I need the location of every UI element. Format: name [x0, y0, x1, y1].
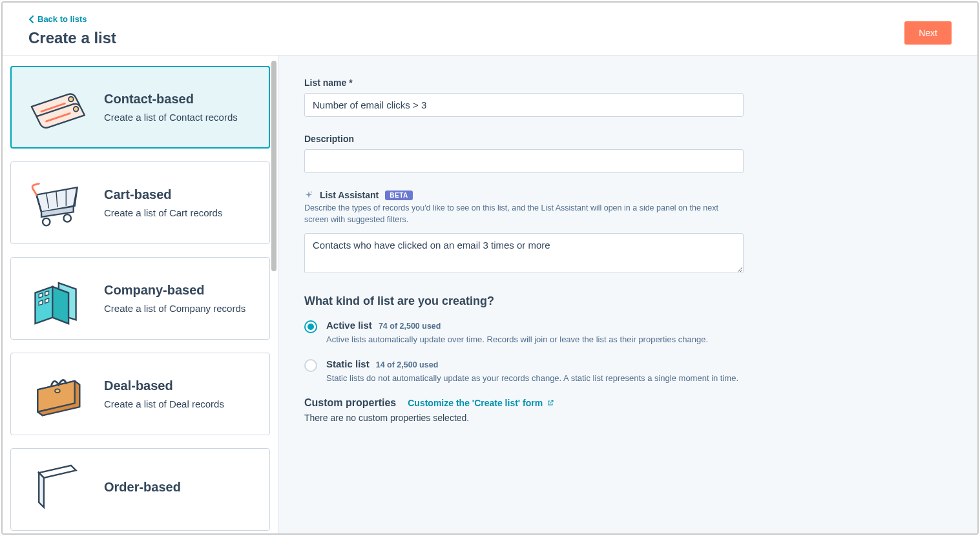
card-desc: Create a list of Cart records	[104, 207, 255, 218]
svg-point-14	[311, 191, 312, 192]
custom-properties-note: There are no custom properties selected.	[304, 413, 744, 423]
assistant-title: List Assistant	[320, 190, 379, 200]
radio-static-input[interactable]	[304, 359, 317, 372]
sidebar-scrollbar[interactable]	[271, 61, 276, 528]
sparkle-icon	[304, 191, 313, 200]
beta-badge: BETA	[385, 191, 412, 200]
list-type-card-contact[interactable]: Contact-based Create a list of Contact r…	[10, 66, 270, 149]
card-title: Cart-based	[104, 187, 255, 202]
svg-point-3	[74, 107, 79, 112]
customize-create-list-form-link[interactable]: Customize the 'Create list' form	[408, 398, 554, 408]
card-title: Deal-based	[104, 378, 255, 393]
card-title: Company-based	[104, 283, 255, 298]
company-icon	[25, 269, 87, 327]
deal-icon	[25, 365, 87, 423]
assistant-description: Describe the types of records you'd like…	[304, 203, 744, 225]
chevron-left-icon	[28, 15, 34, 23]
svg-point-5	[63, 214, 70, 222]
card-text: Cart-based Create a list of Cart records	[104, 187, 255, 218]
svg-rect-9	[39, 293, 43, 298]
radio-usage-count: 14 of 2,500 used	[376, 360, 439, 369]
list-type-sidebar: Contact-based Create a list of Contact r…	[3, 56, 278, 533]
card-title: Contact-based	[104, 92, 255, 107]
card-text: Company-based Create a list of Company r…	[104, 283, 255, 314]
list-kind-heading: What kind of list are you creating?	[304, 294, 744, 308]
form-section: List name * Description List Assistant B…	[304, 77, 744, 423]
custom-link-label: Customize the 'Create list' form	[408, 398, 543, 408]
card-title: Order-based	[104, 480, 255, 495]
radio-body: Active list 74 of 2,500 used Active list…	[326, 320, 744, 344]
list-type-card-deal[interactable]: Deal-based Create a list of Deal records	[10, 353, 270, 435]
list-name-label: List name *	[304, 77, 744, 88]
back-to-lists-link[interactable]: Back to lists	[28, 14, 87, 24]
header-left: Back to lists Create a list	[28, 14, 116, 47]
back-link-label: Back to lists	[37, 14, 87, 24]
radio-title-row: Static list 14 of 2,500 used	[326, 358, 744, 369]
radio-label: Active list	[326, 320, 372, 331]
radio-body: Static list 14 of 2,500 used Static list…	[326, 358, 744, 383]
list-assistant-input[interactable]	[304, 233, 744, 273]
card-desc: Create a list of Deal records	[104, 398, 255, 409]
external-link-icon	[547, 399, 554, 407]
scrollbar-thumb[interactable]	[271, 61, 276, 271]
svg-rect-11	[39, 300, 43, 305]
svg-point-4	[43, 218, 50, 225]
description-label: Description	[304, 134, 744, 144]
list-assistant-header: List Assistant BETA	[304, 190, 744, 200]
custom-properties-row: Custom properties Customize the 'Create …	[304, 397, 744, 409]
sidebar-inner: Contact-based Create a list of Contact r…	[3, 56, 278, 533]
page-header: Back to lists Create a list Next	[3, 3, 977, 56]
radio-active-list[interactable]: Active list 74 of 2,500 used Active list…	[304, 320, 744, 344]
card-desc: Create a list of Contact records	[104, 112, 255, 123]
radio-static-list[interactable]: Static list 14 of 2,500 used Static list…	[304, 358, 744, 383]
list-type-card-order[interactable]: Order-based	[10, 448, 270, 531]
svg-point-2	[68, 97, 74, 102]
next-button[interactable]: Next	[904, 21, 952, 45]
main-form-area: List name * Description List Assistant B…	[278, 56, 977, 533]
svg-rect-12	[45, 298, 49, 304]
body-row: Contact-based Create a list of Contact r…	[3, 56, 977, 533]
radio-desc: Static lists do not automatically update…	[326, 373, 744, 383]
card-text: Contact-based Create a list of Contact r…	[104, 92, 255, 123]
app-frame: Back to lists Create a list Next	[1, 1, 979, 535]
radio-desc: Active lists automatically update over t…	[326, 335, 744, 344]
radio-label: Static list	[326, 358, 370, 369]
svg-rect-10	[45, 291, 49, 296]
order-icon	[25, 460, 87, 519]
card-text: Deal-based Create a list of Deal records	[104, 378, 255, 409]
cart-icon	[25, 174, 87, 232]
description-input[interactable]	[304, 149, 744, 173]
contact-icon	[25, 78, 87, 136]
list-name-input[interactable]	[304, 93, 744, 117]
svg-point-13	[55, 389, 60, 393]
radio-active-input[interactable]	[304, 320, 317, 333]
card-desc: Create a list of Company records	[104, 303, 255, 314]
list-type-card-cart[interactable]: Cart-based Create a list of Cart records	[10, 161, 270, 244]
page-title: Create a list	[28, 29, 116, 47]
radio-title-row: Active list 74 of 2,500 used	[326, 320, 744, 331]
card-text: Order-based	[104, 480, 255, 500]
custom-properties-heading: Custom properties	[304, 397, 396, 409]
list-type-card-company[interactable]: Company-based Create a list of Company r…	[10, 257, 270, 340]
radio-usage-count: 74 of 2,500 used	[379, 322, 441, 331]
